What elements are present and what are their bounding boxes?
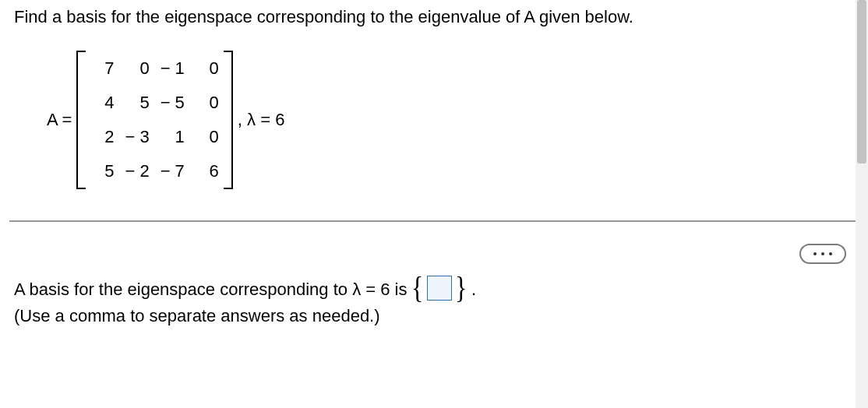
matrix-cell: 0: [196, 127, 219, 147]
matrix-a: 7 0 − 1 0 4 5 − 5 0 2 − 3 1 0 5 − 2 − 7 …: [76, 51, 232, 189]
matrix-equation: A = 7 0 − 1 0 4 5 − 5 0 2 − 3 1 0 5 − 2 …: [47, 51, 854, 189]
divider: [9, 220, 859, 222]
left-brace-icon: {: [411, 276, 423, 301]
more-options-button[interactable]: [799, 244, 846, 264]
left-bracket: [76, 51, 86, 189]
ellipsis-icon: [821, 252, 824, 255]
question-text: Find a basis for the eigenspace correspo…: [14, 6, 854, 29]
ellipsis-icon: [813, 252, 817, 255]
matrix-cell: 6: [196, 161, 219, 181]
matrix-cell: 2: [90, 127, 114, 147]
matrix-cell: 0: [196, 58, 219, 79]
ellipsis-icon: [829, 252, 832, 255]
matrix-cell: 7: [90, 58, 114, 79]
right-brace-icon: }: [455, 276, 467, 301]
matrix-cell: 5: [90, 161, 114, 181]
matrix-label: A =: [47, 110, 72, 130]
matrix-cell: − 5: [161, 93, 185, 113]
matrix-cell: 0: [196, 93, 219, 113]
basis-input[interactable]: [427, 276, 452, 301]
vertical-scrollbar[interactable]: [856, 0, 868, 408]
scrollbar-thumb[interactable]: [857, 0, 866, 164]
answer-suffix: .: [471, 276, 476, 303]
matrix-cell: 4: [90, 93, 114, 113]
matrix-cell: − 1: [161, 58, 185, 79]
right-bracket: [224, 51, 233, 189]
answer-set: { }: [410, 276, 468, 301]
matrix-cell: 0: [125, 58, 149, 79]
matrix-cell: − 2: [125, 161, 149, 181]
matrix-cell: 5: [125, 93, 149, 113]
answer-instruction: (Use a comma to separate answers as need…: [14, 303, 854, 329]
matrix-cell: − 7: [161, 161, 185, 181]
matrix-cell: 1: [161, 127, 185, 147]
answer-prefix: A basis for the eigenspace corresponding…: [14, 276, 407, 303]
eigenvalue-spec: , λ = 6: [238, 110, 285, 130]
matrix-cell: − 3: [125, 127, 149, 147]
